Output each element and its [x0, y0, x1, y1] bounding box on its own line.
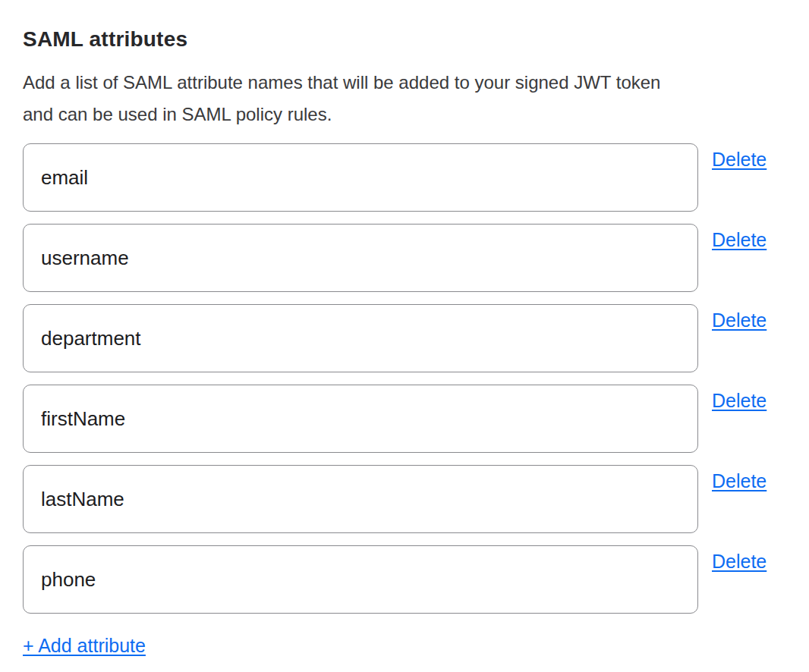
- attribute-row: Delete: [23, 545, 776, 614]
- delete-link[interactable]: Delete: [712, 149, 767, 171]
- attribute-input-firstname[interactable]: [23, 385, 698, 453]
- delete-link[interactable]: Delete: [712, 309, 767, 331]
- attribute-input-phone[interactable]: [23, 545, 698, 614]
- saml-attributes-section: SAML attributes Add a list of SAML attri…: [0, 0, 809, 672]
- section-description-line2: and can be used in SAML policy rules.: [23, 99, 776, 130]
- delete-link[interactable]: Delete: [712, 229, 767, 251]
- attribute-input-email[interactable]: [23, 143, 698, 212]
- add-attribute-link[interactable]: + Add attribute: [23, 635, 146, 657]
- delete-link[interactable]: Delete: [712, 551, 767, 573]
- attribute-row: Delete: [23, 385, 776, 453]
- delete-link[interactable]: Delete: [712, 390, 767, 412]
- attribute-input-department[interactable]: [23, 304, 698, 372]
- delete-link[interactable]: Delete: [712, 470, 767, 492]
- attribute-row: Delete: [23, 304, 776, 372]
- section-description: Add a list of SAML attribute names that …: [23, 67, 776, 130]
- attribute-row: Delete: [23, 465, 776, 533]
- attribute-input-lastname[interactable]: [23, 465, 698, 533]
- attribute-input-username[interactable]: [23, 224, 698, 292]
- attribute-list: Delete Delete Delete Delete Delete Delet…: [23, 143, 776, 614]
- attribute-row: Delete: [23, 143, 776, 212]
- section-description-line1: Add a list of SAML attribute names that …: [23, 67, 776, 99]
- page-title: SAML attributes: [23, 27, 776, 52]
- attribute-row: Delete: [23, 224, 776, 292]
